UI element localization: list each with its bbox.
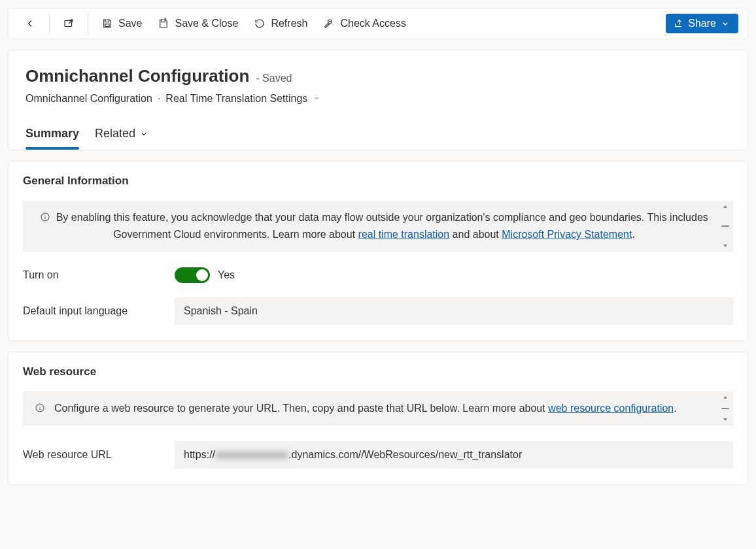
breadcrumb-entity: Omnichannel Configuration [26,93,152,105]
section-title: Web resource [23,365,733,378]
svg-rect-1 [105,24,109,27]
link-web-resource-config[interactable]: web resource configuration [548,403,674,414]
tab-list: Summary Related [26,120,730,150]
refresh-button[interactable]: Refresh [247,14,314,33]
page-title: Omnichannel Configuration [26,66,249,86]
save-close-label: Save & Close [175,18,238,29]
scroll-indicator[interactable] [717,201,733,252]
info-icon [35,402,45,418]
tab-related[interactable]: Related [95,120,148,150]
back-button[interactable] [18,14,43,33]
open-new-window-button[interactable] [56,14,81,33]
svg-point-3 [330,21,331,22]
default-language-input[interactable] [175,297,733,325]
record-header: Omnichannel Configuration - Saved Omnich… [8,50,748,150]
turn-on-label: Turn on [23,269,175,281]
section-web-resource: Web resource Configure a web resource to… [8,352,748,485]
share-button[interactable]: Share [666,14,738,33]
info-banner-general: By enabling this feature, you acknowledg… [23,201,733,252]
scroll-indicator[interactable] [717,391,733,425]
breadcrumb-form[interactable]: Real Time Translation Settings [165,93,307,105]
link-real-time-translation[interactable]: real time translation [358,229,450,240]
command-bar: Save Save & Close Refresh Check Access S… [8,8,748,39]
banner-text: Configure a web resource to generate you… [54,403,548,414]
check-access-label: Check Access [340,18,405,29]
saved-status: - Saved [256,73,292,84]
tab-summary[interactable]: Summary [26,120,79,150]
url-suffix: .dynamics.com//WebResources/new_rtt_tran… [288,449,522,461]
share-label: Share [688,18,716,29]
field-turn-on: Turn on Yes [23,267,733,283]
info-icon [40,211,50,227]
field-web-resource-url: Web resource URL https://xxxxxxxxxxxxxx.… [23,441,733,469]
tab-related-label: Related [95,127,135,141]
url-prefix: https:// [184,449,215,461]
web-resource-url-input[interactable]: https://xxxxxxxxxxxxxx.dynamics.com//Web… [175,441,733,469]
turn-on-toggle[interactable] [175,267,210,283]
section-general-information: General Information By enabling this fea… [8,161,748,341]
banner-text-2: and about [449,229,502,240]
url-redacted: xxxxxxxxxxxxxx [215,449,288,461]
field-default-language: Default input language [23,297,733,325]
web-resource-url-label: Web resource URL [23,449,175,461]
toolbar-divider [88,14,88,33]
chevron-down-icon[interactable] [313,93,320,105]
save-label: Save [118,18,142,29]
turn-on-value: Yes [218,269,235,281]
breadcrumb: Omnichannel Configuration · Real Time Tr… [26,93,730,105]
default-language-label: Default input language [23,305,175,317]
link-privacy-statement[interactable]: Microsoft Privacy Statement [502,229,632,240]
chevron-down-icon [720,18,730,29]
save-close-button[interactable]: Save & Close [151,14,245,33]
section-title: General Information [23,175,733,188]
info-banner-webresource: Configure a web resource to generate you… [23,391,733,425]
save-button[interactable]: Save [95,14,148,33]
check-access-button[interactable]: Check Access [317,14,412,33]
refresh-label: Refresh [271,18,307,29]
toolbar-divider [49,14,50,33]
chevron-down-icon [139,129,148,139]
breadcrumb-separator: · [158,93,160,105]
